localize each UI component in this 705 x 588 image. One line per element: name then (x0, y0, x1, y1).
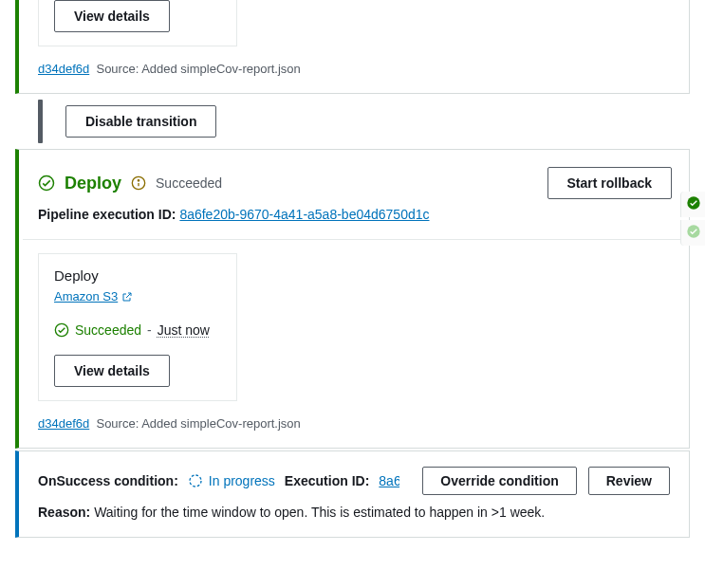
execution-id-label: Execution ID: (285, 473, 369, 488)
commit-link[interactable]: d34def6d (38, 416, 89, 431)
divider (23, 239, 685, 240)
transition: Disable transition (38, 100, 705, 143)
action-status: Succeeded (75, 322, 141, 338)
dash: - (147, 322, 152, 338)
commit-row: d34def6d Source: Added simpleCov-report.… (38, 46, 670, 76)
transition-bar-icon (38, 100, 43, 143)
commit-message: Source: Added simpleCov-report.json (96, 62, 300, 76)
commit-row: d34def6d Source: Added simpleCov-report.… (38, 401, 670, 431)
onsuccess-condition-panel: OnSuccess condition: In progress Executi… (15, 450, 690, 538)
status-indicator-faded[interactable] (680, 220, 705, 246)
commit-link[interactable]: d34def6d (38, 62, 89, 76)
condition-label: OnSuccess condition: (38, 473, 178, 488)
condition-status-text: In progress (209, 473, 275, 488)
check-circle-icon (686, 224, 701, 239)
svg-point-0 (40, 176, 54, 191)
action-card: View details (38, 0, 237, 46)
svg-point-5 (687, 196, 699, 209)
start-rollback-button[interactable]: Start rollback (547, 167, 672, 199)
previous-stage: View details d34def6d Source: Added simp… (15, 0, 690, 94)
success-icon (38, 175, 55, 192)
commit-message: Source: Added simpleCov-report.json (96, 416, 300, 431)
stage-status: Succeeded (156, 175, 222, 191)
deploy-action-card: Deploy Amazon S3 Succeeded - Just now Vi… (38, 253, 237, 401)
reason-label: Reason: (38, 505, 90, 520)
action-time: Just now (158, 322, 210, 338)
pipeline-execution-label: Pipeline execution ID: (38, 207, 176, 222)
svg-point-2 (138, 180, 139, 181)
pipeline-execution-link[interactable]: 8a6fe20b-9670-4a41-a5a8-be04d6750d1c (179, 207, 429, 222)
svg-point-4 (190, 475, 201, 487)
provider-link[interactable]: Amazon S3 (54, 289, 118, 303)
svg-point-3 (55, 323, 67, 336)
reason-text: Waiting for the time window to open. Thi… (94, 505, 545, 520)
disable-transition-button[interactable]: Disable transition (65, 105, 216, 138)
status-indicator-success[interactable] (680, 192, 705, 217)
stage-name: Deploy (65, 174, 121, 193)
condition-status: In progress (188, 473, 275, 488)
action-title: Deploy (54, 267, 221, 284)
svg-point-6 (687, 225, 699, 237)
external-link-icon (121, 291, 133, 303)
condition-reason: Reason: Waiting for the time window to o… (38, 505, 670, 520)
view-details-button[interactable]: View details (54, 0, 170, 32)
in-progress-icon (188, 473, 203, 488)
pipeline-execution-row: Pipeline execution ID: 8a6fe20b-9670-4a4… (19, 207, 689, 239)
check-circle-icon (686, 195, 701, 211)
execution-id-link[interactable]: 8a6 (379, 473, 399, 488)
deploy-stage: Deploy Succeeded Start rollback Pipeline… (15, 149, 690, 449)
info-icon[interactable] (131, 175, 146, 191)
success-icon (54, 322, 69, 338)
override-condition-button[interactable]: Override condition (422, 467, 576, 495)
review-button[interactable]: Review (588, 467, 670, 495)
view-details-button[interactable]: View details (54, 355, 170, 387)
